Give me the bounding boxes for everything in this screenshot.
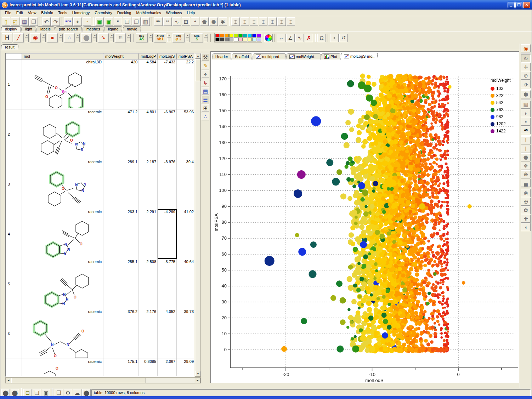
- blob-b-button[interactable]: ⬢: [209, 17, 218, 26]
- mollogp-cell[interactable]: 2.176: [139, 309, 158, 359]
- color-wheel-button[interactable]: [264, 34, 273, 42]
- mollogp-cell[interactable]: 2.291: [139, 209, 158, 259]
- flat-view-button[interactable]: ▪: [330, 34, 339, 42]
- store-object-button[interactable]: ▣: [104, 17, 113, 26]
- palette-color-17[interactable]: [248, 38, 252, 41]
- horizontal-scroll-thumb[interactable]: [11, 378, 146, 383]
- wire-stepper[interactable]: +-: [25, 34, 29, 42]
- column-header-mollogs[interactable]: molLogS: [158, 53, 177, 59]
- convert-tool-button[interactable]: ✚: [521, 215, 531, 223]
- palette-color-15[interactable]: [238, 38, 243, 41]
- molpsa-cell[interactable]: 22.2: [177, 59, 194, 109]
- mol-cell[interactable]: racemic ONNN: [22, 109, 103, 159]
- angle-button[interactable]: ∠: [286, 34, 295, 42]
- split-pane-button[interactable]: ❒: [132, 17, 141, 26]
- slab-center-button[interactable]: ⌶: [259, 17, 267, 26]
- message-balloon-button[interactable]: ⬤: [82, 389, 91, 397]
- window-layout-button[interactable]: ❏: [33, 389, 41, 397]
- slab-lower-button[interactable]: ⌶: [268, 17, 277, 26]
- dihedral-button[interactable]: ∿: [295, 34, 304, 42]
- undo-button[interactable]: ↶: [42, 17, 51, 26]
- scroll-down-icon[interactable]: ▼: [195, 371, 201, 376]
- side-view-button[interactable]: Ⅰ: [521, 145, 531, 153]
- zoom-button[interactable]: ⊕: [521, 72, 531, 80]
- distance-button[interactable]: ↔: [277, 34, 285, 42]
- display-panel-button[interactable]: ▣: [42, 389, 50, 397]
- tab-result[interactable]: result: [1, 44, 18, 50]
- tab-movie[interactable]: movie: [123, 26, 141, 32]
- select-rect-button[interactable]: ▧: [521, 101, 531, 109]
- menu-file[interactable]: File: [2, 10, 14, 16]
- table-horizontal-scrollbar[interactable]: ◄ ►: [5, 377, 201, 383]
- select-box-button[interactable]: ▪: [521, 118, 531, 126]
- mollogp-cell[interactable]: 4.584: [139, 59, 158, 109]
- annotation-button[interactable]: A: [191, 17, 199, 26]
- pages-button[interactable]: ❐: [55, 389, 63, 397]
- molweight-cell[interactable]: 289.1: [103, 159, 139, 209]
- formula-button[interactable]: FM: [154, 17, 163, 26]
- molpsa-cell[interactable]: 41.02: [177, 209, 194, 259]
- title-bar[interactable]: S learn+predict.icb Molsoft icm 3.6-1f […: [0, 0, 532, 10]
- variable-labels-button[interactable]: VARφ 2: [172, 33, 185, 42]
- plot-tab-header[interactable]: Header: [212, 53, 232, 59]
- variable-labels-stepper[interactable]: +-: [186, 34, 189, 42]
- menu-chemistry[interactable]: Chemistry: [92, 10, 115, 16]
- dock-pane-button[interactable]: ❏: [123, 17, 131, 26]
- molpsa-cell[interactable]: 29.09: [177, 359, 194, 376]
- close-button[interactable]: ✕: [523, 2, 530, 8]
- molsoft-logo-button[interactable]: ◉: [521, 44, 531, 52]
- site-labels-stepper[interactable]: +-: [204, 34, 208, 42]
- palette-color-18[interactable]: [252, 38, 256, 41]
- molpsa-cell[interactable]: 39.73: [177, 309, 194, 359]
- mollogs-cell[interactable]: -3.976: [158, 159, 177, 209]
- palette-color-8[interactable]: [252, 34, 256, 38]
- slab-middle-button[interactable]: ⌶: [250, 17, 258, 26]
- column-header-molweight[interactable]: molWeight: [103, 53, 139, 59]
- palette-color-3[interactable]: [229, 34, 233, 38]
- table-row[interactable]: 7 racemic O 175.1 0.8085 -2.067 29.09: [6, 359, 194, 376]
- save-table-button[interactable]: ▤: [202, 87, 209, 95]
- molweight-cell[interactable]: 175.1: [103, 359, 139, 376]
- docking-tool-button[interactable]: ✿: [521, 206, 531, 214]
- merge-pane-button[interactable]: ▥: [141, 17, 150, 26]
- mollogs-cell[interactable]: -7.433: [158, 59, 177, 109]
- surface-tool-button[interactable]: ❖: [521, 162, 531, 170]
- ball-stick-button[interactable]: ◉: [30, 33, 41, 42]
- grid-view-button[interactable]: ⊞: [202, 104, 209, 112]
- fullscreen-a-button[interactable]: ⬤: [1, 389, 10, 397]
- mollogs-cell[interactable]: -4.052: [158, 309, 177, 359]
- molweight-cell[interactable]: 263.1: [103, 209, 139, 259]
- mol-cell[interactable]: racemic ONNN: [22, 259, 103, 309]
- table-grid-button[interactable]: ⊞: [182, 17, 190, 26]
- slab-base-button[interactable]: ⌶: [287, 17, 295, 26]
- tab-display[interactable]: display: [1, 26, 21, 32]
- solid-surface-stepper[interactable]: +-: [93, 34, 97, 42]
- rotate-button[interactable]: ↻: [521, 55, 531, 63]
- palette-color-0[interactable]: [215, 34, 220, 38]
- molpsa-cell[interactable]: 53.96: [177, 109, 194, 159]
- hydrogens-button[interactable]: H: [2, 33, 12, 42]
- residue-labels-button[interactable]: RESA5: [136, 33, 148, 42]
- translate-button[interactable]: ✛: [521, 63, 531, 71]
- mollogs-cell[interactable]: -2.067: [158, 359, 177, 376]
- menu-help[interactable]: Help: [184, 10, 197, 16]
- list-view-button[interactable]: ☰: [202, 96, 209, 103]
- lasso-button[interactable]: Ω: [317, 34, 326, 42]
- palette-color-1[interactable]: [220, 34, 224, 38]
- r-group-button[interactable]: R: [114, 17, 122, 26]
- table-row[interactable]: 3 racemic ONNN: [6, 159, 194, 209]
- mol-cell[interactable]: racemic ONNN: [22, 159, 103, 209]
- mollogs-cell-selected[interactable]: -4.299: [158, 209, 177, 259]
- plot-tab-scaffold[interactable]: Scaffold: [231, 53, 252, 59]
- molweight-cell[interactable]: 420: [103, 59, 139, 109]
- mollogs-cell[interactable]: -6.967: [158, 109, 177, 159]
- table-row[interactable]: 5 racemic ONNN: [6, 259, 194, 309]
- flow-branch-button[interactable]: ↳: [202, 79, 209, 86]
- dot-surface-button[interactable]: ◌: [64, 33, 75, 42]
- mollogp-cell[interactable]: 2.508: [139, 259, 158, 309]
- fullscreen-b-button[interactable]: ⬤: [11, 389, 19, 397]
- palette-color-16[interactable]: [243, 38, 247, 41]
- ribbon-stepper[interactable]: +-: [110, 34, 114, 42]
- preferences-gear-button[interactable]: ⚙: [64, 389, 72, 397]
- store-display-button[interactable]: ▣: [95, 17, 104, 26]
